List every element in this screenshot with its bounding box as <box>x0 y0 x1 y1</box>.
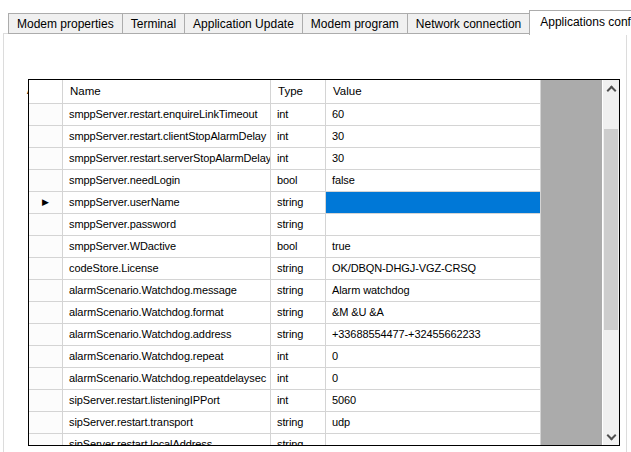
row-header-cell[interactable] <box>29 104 63 126</box>
cell-type[interactable]: int <box>271 390 326 412</box>
cell-type[interactable]: string <box>271 280 326 302</box>
column-header-type[interactable]: Type <box>271 80 326 104</box>
cell-type[interactable]: bool <box>271 170 326 192</box>
table-row: smppServer.needLoginboolfalse <box>29 170 602 192</box>
table-row: smppServer.restart.enquireLinkTimeoutint… <box>29 104 602 126</box>
table-row: codeStore.LicensestringOK/DBQN-DHGJ-VGZ-… <box>29 258 602 280</box>
cell-name[interactable]: smppServer.restart.serverStopAlarmDelay <box>63 148 271 170</box>
row-header-cell[interactable] <box>29 258 63 280</box>
scroll-down-icon <box>606 430 616 440</box>
cell-type[interactable]: int <box>271 346 326 368</box>
cell-value[interactable]: udp <box>326 412 541 434</box>
application-settings-grid: Name Type Value smppServer.restart.enqui… <box>28 79 620 446</box>
cell-value[interactable]: 30 <box>326 126 541 148</box>
column-header-value[interactable]: Value <box>326 80 541 104</box>
row-header-cell[interactable] <box>29 368 63 390</box>
cell-value[interactable] <box>326 434 541 445</box>
cell-type[interactable]: string <box>271 412 326 434</box>
cell-name[interactable]: alarmScenario.Watchdog.address <box>63 324 271 346</box>
table-row: alarmScenario.Watchdog.repeatint0 <box>29 346 602 368</box>
row-header-cell[interactable] <box>29 390 63 412</box>
cell-name[interactable]: sipServer.restart.localAddress <box>63 434 271 445</box>
cell-type[interactable]: string <box>271 434 326 445</box>
vertical-scrollbar[interactable] <box>602 80 619 445</box>
cell-value[interactable]: false <box>326 170 541 192</box>
table-row: smppServer.restart.serverStopAlarmDelayi… <box>29 148 602 170</box>
cell-type[interactable]: string <box>271 258 326 280</box>
scroll-down-button[interactable] <box>603 428 619 445</box>
cell-name[interactable]: smppServer.restart.enquireLinkTimeout <box>63 104 271 126</box>
cell-name[interactable]: smppServer.password <box>63 214 271 236</box>
cell-type[interactable]: bool <box>271 236 326 258</box>
cell-name[interactable]: smppServer.restart.clientStopAlarmDelay <box>63 126 271 148</box>
table-row: sipServer.restart.localAddressstring <box>29 434 602 445</box>
row-header-cell[interactable] <box>29 236 63 258</box>
cell-value[interactable]: 60 <box>326 104 541 126</box>
cell-name[interactable]: alarmScenario.Watchdog.repeat <box>63 346 271 368</box>
table-row: sipServer.restart.listeningIPPortint5060 <box>29 390 602 412</box>
cell-name[interactable]: alarmScenario.Watchdog.message <box>63 280 271 302</box>
tab-application-update[interactable]: Application Update <box>184 13 303 34</box>
grid-rows: smppServer.restart.enquireLinkTimeoutint… <box>29 104 602 445</box>
cell-name[interactable]: codeStore.License <box>63 258 271 280</box>
cell-value[interactable]: &M &U &A <box>326 302 541 324</box>
row-header-cell[interactable]: ▶ <box>29 192 63 214</box>
cell-name[interactable]: alarmScenario.Watchdog.format <box>63 302 271 324</box>
cell-type[interactable]: string <box>271 302 326 324</box>
cell-value[interactable] <box>326 214 541 236</box>
row-header-cell[interactable] <box>29 214 63 236</box>
tab-terminal[interactable]: Terminal <box>122 13 185 34</box>
cell-name[interactable]: alarmScenario.Watchdog.repeatdelaysec <box>63 368 271 390</box>
row-header-cell[interactable] <box>29 412 63 434</box>
row-header-cell[interactable] <box>29 148 63 170</box>
tab-bar: Modem propertiesTerminalApplication Upda… <box>8 9 631 34</box>
table-row: alarmScenario.Watchdog.formatstring&M &U… <box>29 302 602 324</box>
table-row: alarmScenario.Watchdog.addressstring+336… <box>29 324 602 346</box>
column-header-name[interactable]: Name <box>63 80 271 104</box>
cell-type[interactable]: int <box>271 368 326 390</box>
scrollbar-thumb[interactable] <box>604 129 618 330</box>
tab-modem-program[interactable]: Modem program <box>302 13 408 34</box>
tab-modem-properties[interactable]: Modem properties <box>8 13 123 34</box>
cell-name[interactable]: smppServer.needLogin <box>63 170 271 192</box>
cell-name[interactable]: smppServer.WDactive <box>63 236 271 258</box>
cell-value[interactable]: 5060 <box>326 390 541 412</box>
table-row: sipServer.restart.transportstringudp <box>29 412 602 434</box>
table-row: smppServer.restart.clientStopAlarmDelayi… <box>29 126 602 148</box>
cell-value[interactable]: Alarm watchdog <box>326 280 541 302</box>
tab-network-connection[interactable]: Network connection <box>407 13 530 34</box>
corner-header-cell[interactable] <box>29 80 63 104</box>
tab-applications-config[interactable]: Applications config <box>529 10 631 35</box>
cell-name[interactable]: sipServer.restart.transport <box>63 412 271 434</box>
row-header-cell[interactable] <box>29 346 63 368</box>
cell-type[interactable]: string <box>271 324 326 346</box>
table-row: ▶smppServer.userNamestring <box>29 192 602 214</box>
cell-type[interactable]: string <box>271 214 326 236</box>
cell-type[interactable]: int <box>271 104 326 126</box>
cell-value[interactable]: +33688554477-+32455662233 <box>326 324 541 346</box>
row-header-cell[interactable] <box>29 434 63 445</box>
cell-value[interactable]: 0 <box>326 346 541 368</box>
cell-value[interactable]: true <box>326 236 541 258</box>
row-header-cell[interactable] <box>29 324 63 346</box>
table-row: alarmScenario.Watchdog.repeatdelaysecint… <box>29 368 602 390</box>
cell-type[interactable]: int <box>271 126 326 148</box>
cell-name[interactable]: smppServer.userName <box>63 192 271 214</box>
row-header-cell[interactable] <box>29 302 63 324</box>
table-row: smppServer.passwordstring <box>29 214 602 236</box>
row-header-cell[interactable] <box>29 280 63 302</box>
scroll-up-button[interactable] <box>603 80 619 97</box>
row-header-cell[interactable] <box>29 126 63 148</box>
cell-name[interactable]: sipServer.restart.listeningIPPort <box>63 390 271 412</box>
current-row-marker-icon: ▶ <box>42 198 49 207</box>
scroll-up-icon <box>606 85 616 95</box>
cell-type[interactable]: int <box>271 148 326 170</box>
cell-value[interactable] <box>326 192 541 214</box>
row-header-cell[interactable] <box>29 170 63 192</box>
table-row: smppServer.WDactivebooltrue <box>29 236 602 258</box>
grid-header-row: Name Type Value <box>29 80 602 104</box>
cell-value[interactable]: OK/DBQN-DHGJ-VGZ-CRSQ <box>326 258 541 280</box>
cell-value[interactable]: 30 <box>326 148 541 170</box>
cell-value[interactable]: 0 <box>326 368 541 390</box>
cell-type[interactable]: string <box>271 192 326 214</box>
